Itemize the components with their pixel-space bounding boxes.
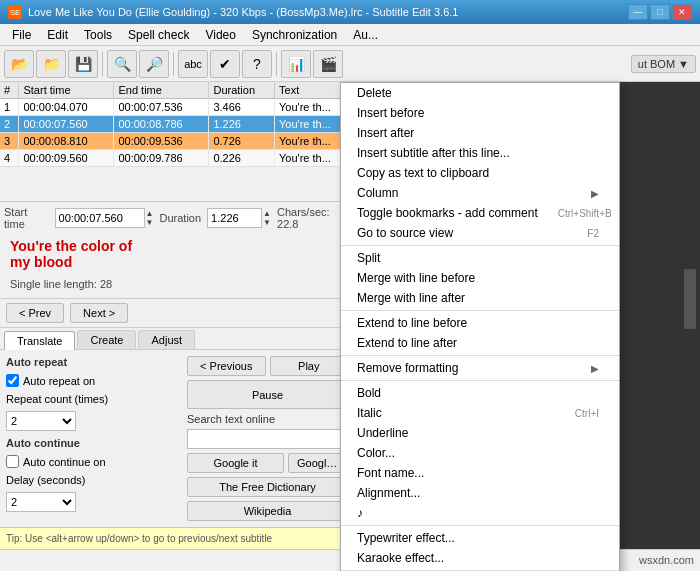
ctx-underline[interactable]: Underline	[341, 423, 619, 443]
next-button[interactable]: Next >	[70, 303, 128, 323]
prev-button[interactable]: < Prev	[6, 303, 64, 323]
toolbar-check[interactable]: ✔	[210, 50, 240, 78]
menu-spellcheck[interactable]: Spell check	[120, 26, 197, 44]
toolbar-find-replace[interactable]: 🔎	[139, 50, 169, 78]
ctx-merge-before[interactable]: Merge with line before	[341, 268, 619, 288]
ctx-typewriter[interactable]: Typewriter effect...	[341, 528, 619, 548]
ctx-go-source[interactable]: Go to source viewF2	[341, 223, 619, 243]
play-button[interactable]: Play	[270, 356, 349, 376]
separator	[341, 355, 619, 356]
start-time-input[interactable]	[55, 208, 145, 228]
menu-edit[interactable]: Edit	[39, 26, 76, 44]
ctx-extend-after[interactable]: Extend to line after	[341, 333, 619, 353]
toolbar-save[interactable]: 💾	[68, 50, 98, 78]
ctx-column[interactable]: Column▶	[341, 183, 619, 203]
separator	[341, 310, 619, 311]
window-title: Love Me Like You Do (Ellie Goulding) - 3…	[28, 6, 458, 18]
table-row[interactable]: 1 00:00:04.070 00:00:07.536 3.466 You're…	[0, 99, 354, 116]
bom-dropdown[interactable]: ut BOM ▼	[631, 55, 696, 73]
subtitle-table-container: # Start time End time Duration Text 1 00…	[0, 82, 354, 202]
ctx-color[interactable]: Color...	[341, 443, 619, 463]
delay-select[interactable]: 2 3 5	[6, 492, 76, 512]
cell-num: 4	[0, 150, 19, 167]
ctx-italic[interactable]: ItalicCtrl+I	[341, 403, 619, 423]
ctx-copy-text[interactable]: Copy as text to clipboard	[341, 163, 619, 183]
toolbar-waveform[interactable]: 📊	[281, 50, 311, 78]
table-row[interactable]: 2 00:00:07.560 00:00:08.786 1.226 You're…	[0, 116, 354, 133]
ctx-alignment[interactable]: Alignment...	[341, 483, 619, 503]
status-text: wsxdn.com	[639, 554, 694, 566]
start-time-up[interactable]: ▲	[146, 209, 154, 218]
cell-end: 00:00:09.786	[114, 150, 209, 167]
maximize-button[interactable]: □	[650, 4, 670, 20]
start-time-down[interactable]: ▼	[146, 218, 154, 227]
toolbar-open[interactable]: 📁	[36, 50, 66, 78]
dictionary-button[interactable]: The Free Dictionary	[187, 477, 348, 497]
search-buttons: Google it Google...	[187, 453, 348, 473]
toolbar-help[interactable]: ?	[242, 50, 272, 78]
menu-video[interactable]: Video	[197, 26, 243, 44]
auto-repeat-checkbox[interactable]	[6, 374, 19, 387]
nav-buttons: < Prev Next >	[0, 299, 354, 328]
cell-num: 2	[0, 116, 19, 133]
cell-start: 00:00:08.810	[19, 133, 114, 150]
ctx-merge-after[interactable]: Merge with line after	[341, 288, 619, 308]
ctx-bold[interactable]: Bold	[341, 383, 619, 403]
menu-auto[interactable]: Au...	[345, 26, 386, 44]
col-duration: Duration	[209, 82, 275, 99]
delay-row: Delay (seconds)	[6, 474, 181, 486]
repeat-count-select[interactable]: 2 3 4	[6, 411, 76, 431]
toolbar-search[interactable]: 🔍	[107, 50, 137, 78]
duration-down[interactable]: ▼	[263, 218, 271, 227]
separator	[341, 380, 619, 381]
search-input[interactable]	[187, 429, 348, 449]
bom-label[interactable]: ut BOM ▼	[631, 55, 696, 73]
tab-translate[interactable]: Translate	[4, 331, 75, 350]
toolbar-new[interactable]: 📂	[4, 50, 34, 78]
title-bar-left: SE Love Me Like You Do (Ellie Goulding) …	[8, 5, 458, 19]
search-label: Search text online	[187, 413, 348, 425]
menu-tools[interactable]: Tools	[76, 26, 120, 44]
ctx-remove-formatting[interactable]: Remove formatting▶	[341, 358, 619, 378]
cell-end: 00:00:08.786	[114, 116, 209, 133]
ctx-toggle-bookmarks[interactable]: Toggle bookmarks - add commentCtrl+Shift…	[341, 203, 619, 223]
minimize-button[interactable]: —	[628, 4, 648, 20]
ctx-karaoke[interactable]: Karaoke effect...	[341, 548, 619, 568]
col-num: #	[0, 82, 19, 99]
translate-left: Auto repeat Auto repeat on Repeat count …	[6, 356, 181, 521]
menu-sync[interactable]: Synchronization	[244, 26, 345, 44]
tab-adjust[interactable]: Adjust	[138, 330, 195, 349]
pause-button[interactable]: Pause	[187, 380, 348, 409]
ctx-split[interactable]: Split	[341, 248, 619, 268]
ctx-insert-after[interactable]: Insert after	[341, 123, 619, 143]
toolbar-video[interactable]: 🎬	[313, 50, 343, 78]
ctx-music-note[interactable]: ♪	[341, 503, 619, 523]
tab-create[interactable]: Create	[77, 330, 136, 349]
duration-up[interactable]: ▲	[263, 209, 271, 218]
table-row[interactable]: 3 00:00:08.810 00:00:09.536 0.726 You're…	[0, 133, 354, 150]
main-area: # Start time End time Duration Text 1 00…	[0, 82, 700, 549]
separator	[341, 245, 619, 246]
google-button[interactable]: Google it	[187, 453, 284, 473]
previous-button[interactable]: < Previous	[187, 356, 266, 376]
start-time-label: Start time	[4, 206, 49, 230]
tip-text: Tip: Use <alt+arrow up/down> to go to pr…	[6, 533, 272, 544]
table-row[interactable]: 4 00:00:09.560 00:00:09.786 0.226 You're…	[0, 150, 354, 167]
wikipedia-button[interactable]: Wikipedia	[187, 501, 348, 521]
ctx-extend-before[interactable]: Extend to line before	[341, 313, 619, 333]
app-icon: SE	[8, 5, 22, 19]
separator	[341, 525, 619, 526]
cell-start: 00:00:07.560	[19, 116, 114, 133]
ctx-insert-before[interactable]: Insert before	[341, 103, 619, 123]
menu-file[interactable]: File	[4, 26, 39, 44]
playback-buttons: < Previous Play	[187, 356, 348, 376]
ctx-delete[interactable]: Delete	[341, 83, 619, 103]
auto-continue-checkbox[interactable]	[6, 455, 19, 468]
close-button[interactable]: ✕	[672, 4, 692, 20]
ctx-font-name[interactable]: Font name...	[341, 463, 619, 483]
google2-button[interactable]: Google...	[288, 453, 348, 473]
duration-input[interactable]	[207, 208, 262, 228]
toolbar: 📂 📁 💾 🔍 🔎 abc ✔ ? 📊 🎬 ut BOM ▼	[0, 46, 700, 82]
ctx-insert-subtitle-after[interactable]: Insert subtitle after this line...	[341, 143, 619, 163]
toolbar-spell[interactable]: abc	[178, 50, 208, 78]
